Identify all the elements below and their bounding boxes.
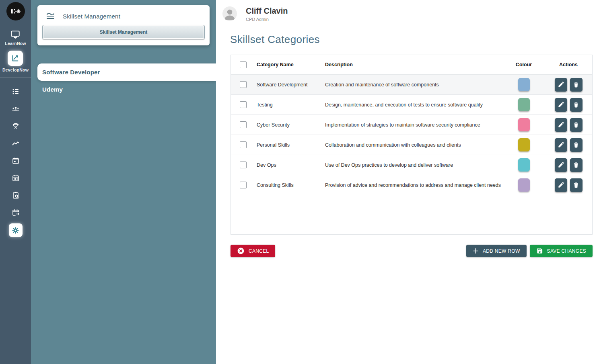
delete-row-button[interactable] [570, 138, 583, 152]
cast-screen-icon [10, 30, 21, 39]
save-changes-label: SAVE CHANGES [547, 248, 586, 254]
plus-icon [473, 248, 479, 254]
calendar-event-icon [12, 157, 20, 165]
table-row: Testing Design, maintenance, and executi… [231, 94, 592, 115]
select-all-checkbox[interactable] [240, 61, 247, 68]
wave-equals-icon [45, 11, 57, 21]
active-tile [8, 51, 23, 66]
panel-item-udemy[interactable]: Udemy [37, 81, 216, 98]
row-checkbox[interactable] [240, 182, 247, 188]
footer-actions: CANCEL ADD NEW ROW SAVE CHANGES [231, 245, 593, 257]
edit-row-button[interactable] [555, 158, 567, 172]
edit-row-button[interactable] [555, 118, 567, 132]
rail-divider [0, 21, 31, 21]
skillset-management-card: Skillset Management Skillset Management [37, 5, 210, 45]
colour-swatch[interactable] [518, 98, 530, 111]
skillset-categories-table: Category Name Description Colour Actions… [231, 55, 593, 235]
sidebar-item-list[interactable] [12, 88, 20, 96]
add-new-row-label: ADD NEW ROW [483, 248, 520, 254]
row-description: Creation and maintenance of software com… [325, 82, 503, 88]
app-logo[interactable] [6, 2, 25, 20]
edit-row-button[interactable] [555, 138, 567, 152]
edit-row-button[interactable] [555, 178, 567, 192]
paragliding-icon [12, 122, 20, 131]
sidebar-item-developnow[interactable]: DevelopNow [2, 51, 29, 72]
avatar [222, 6, 237, 21]
pencil-icon [558, 162, 564, 168]
row-checkbox[interactable] [240, 121, 247, 128]
add-new-row-button[interactable]: ADD NEW ROW [466, 245, 527, 257]
card-title: Skillset Management [63, 13, 120, 20]
row-checkbox[interactable] [240, 141, 247, 148]
column-header-category-name: Category Name [257, 62, 325, 67]
edit-row-button[interactable] [555, 98, 567, 112]
sidebar-item-learnnow[interactable]: LearnNow [5, 30, 26, 46]
panel-nav: Software Developer Udemy [31, 63, 216, 98]
row-description: Use of Dev Ops practices to develop and … [325, 162, 503, 168]
sidebar-item-clipboard-search[interactable] [12, 191, 20, 199]
row-checkbox[interactable] [240, 101, 247, 108]
save-changes-button[interactable]: SAVE CHANGES [530, 245, 593, 257]
column-header-colour: Colour [516, 62, 532, 67]
delete-row-button[interactable] [570, 118, 583, 132]
row-category-name: Dev Ops [257, 162, 325, 168]
skillset-management-button[interactable]: Skillset Management [42, 25, 205, 39]
icon-rail: LearnNow DevelopNow [0, 0, 31, 364]
row-category-name: Software Development [257, 82, 325, 88]
delete-row-button[interactable] [570, 178, 583, 192]
sidebar-item-label: DevelopNow [2, 67, 29, 72]
groups-icon [12, 104, 20, 113]
colour-swatch[interactable] [518, 78, 530, 91]
colour-swatch[interactable] [518, 178, 530, 192]
row-category-name: Testing [257, 102, 325, 108]
pencil-icon [558, 182, 564, 188]
pencil-icon [558, 81, 564, 88]
delete-row-button[interactable] [570, 158, 583, 172]
pencil-icon [558, 121, 564, 128]
panel-item-label: Software Developer [42, 69, 100, 76]
sidebar-item-calendar-month[interactable] [12, 174, 20, 182]
table-body: Software Development Creation and mainte… [231, 74, 592, 195]
delete-row-button[interactable] [570, 98, 583, 112]
row-checkbox[interactable] [240, 81, 247, 88]
person-silhouette-icon [222, 6, 237, 21]
colour-swatch[interactable] [518, 118, 530, 131]
clipboard-search-icon [12, 191, 20, 199]
cancel-button[interactable]: CANCEL [231, 245, 275, 257]
trash-icon [573, 141, 579, 148]
save-floppy-icon [536, 247, 543, 254]
rail-divider [0, 78, 31, 78]
column-header-actions: Actions [545, 62, 592, 67]
sidebar-item-calendar-export[interactable] [12, 209, 20, 217]
row-description: Implementation of strategies to maintain… [325, 122, 503, 128]
user-name: Cliff Clavin [246, 6, 288, 16]
table-row: Consulting Skills Provision of advice an… [231, 175, 592, 195]
column-header-description: Description [325, 62, 503, 67]
edit-row-button[interactable] [555, 78, 567, 92]
row-description: Collaboration and communication with col… [325, 142, 503, 148]
colour-swatch[interactable] [518, 138, 530, 151]
delete-row-button[interactable] [570, 78, 583, 92]
cancel-circle-icon [237, 247, 245, 255]
colour-swatch[interactable] [518, 158, 530, 172]
secondary-panel: Skillset Management Skillset Management … [31, 0, 216, 364]
row-description: Provision of advice and recommendations … [325, 182, 503, 188]
user-chip: Cliff Clavin CPD Admin [216, 0, 599, 22]
row-category-name: Consulting Skills [257, 182, 325, 188]
settings-gear-icon [12, 227, 19, 234]
sidebar-item-calendar-event[interactable] [12, 157, 20, 165]
trash-icon [573, 182, 579, 188]
panel-item-label: Udemy [42, 86, 63, 93]
sidebar-item-paragliding[interactable] [12, 122, 20, 130]
sidebar-item-groups[interactable] [12, 105, 20, 113]
pencil-icon [558, 101, 564, 108]
main-content: Cliff Clavin CPD Admin Skillset Categori… [216, 0, 599, 364]
trash-icon [573, 121, 579, 128]
table-row: Cyber Security Implementation of strateg… [231, 115, 592, 135]
row-checkbox[interactable] [240, 162, 247, 168]
sidebar-item-settings[interactable] [9, 223, 23, 237]
trending-chart-icon [11, 54, 20, 63]
sidebar-item-trend[interactable] [12, 139, 20, 147]
panel-item-software-developer[interactable]: Software Developer [37, 63, 216, 81]
table-row: Software Development Creation and mainte… [231, 74, 592, 94]
